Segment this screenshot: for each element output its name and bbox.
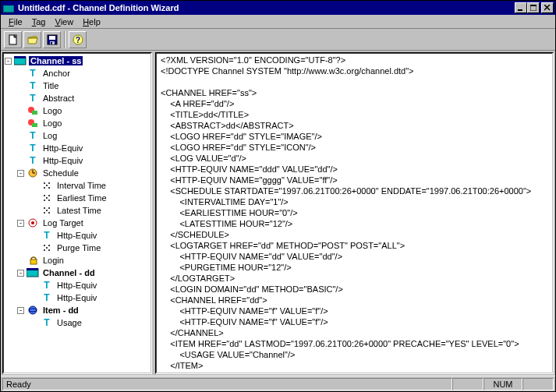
svg-text:T: T <box>30 69 36 78</box>
close-button[interactable] <box>541 2 554 13</box>
svg-text:T: T <box>30 156 36 165</box>
svg-text:T: T <box>30 143 36 153</box>
svg-point-44 <box>44 212 45 214</box>
time-icon <box>41 192 53 203</box>
svg-point-53 <box>48 249 50 251</box>
new-button[interactable] <box>4 31 22 48</box>
svg-point-54 <box>46 247 48 249</box>
tree-node-item-dd[interactable]: Item - dd <box>41 305 80 315</box>
svg-point-50 <box>44 245 45 246</box>
tree-node-httpequiv[interactable]: Http-Equiv <box>55 231 98 240</box>
menu-file[interactable]: File <box>4 16 27 28</box>
app-window: Untitled.cdf - Channel Definition Wizard… <box>0 0 556 392</box>
tree-node-logtarget[interactable]: Log Target <box>41 218 85 228</box>
tree-node-httpequiv[interactable]: Http-Equiv <box>55 293 98 302</box>
window-title: Untitled.cdf - Channel Definition Wizard <box>18 3 515 12</box>
expand-toggle[interactable]: - <box>17 270 24 277</box>
tree-node-logo[interactable]: Logo <box>41 118 63 128</box>
expand-toggle[interactable]: - <box>17 170 24 177</box>
open-button[interactable] <box>23 31 41 48</box>
save-button[interactable] <box>43 31 61 48</box>
status-pane <box>522 378 554 390</box>
maximize-button[interactable] <box>527 2 540 13</box>
toolbar-separator <box>64 31 66 48</box>
svg-rect-12 <box>49 36 55 40</box>
tree-node-login[interactable]: Login <box>41 256 66 265</box>
tree-node-httpequiv[interactable]: Http-Equiv <box>41 156 84 165</box>
svg-rect-14 <box>51 42 52 44</box>
expand-toggle[interactable]: - <box>17 307 24 314</box>
text-icon: T <box>27 143 39 154</box>
svg-point-36 <box>46 185 48 186</box>
logo-icon <box>27 105 39 116</box>
tree-node-earliest[interactable]: Earliest Time <box>55 193 108 203</box>
code-panel[interactable]: <?XML VERSION="1.0" ENCODING="UTF-8"?> <… <box>155 52 554 374</box>
svg-point-39 <box>44 200 45 201</box>
svg-text:T: T <box>44 318 50 327</box>
svg-rect-25 <box>32 123 37 127</box>
svg-marker-10 <box>28 38 37 44</box>
menu-view[interactable]: View <box>51 16 79 28</box>
svg-point-42 <box>44 207 45 209</box>
text-icon: T <box>41 292 53 303</box>
tree-node-usage[interactable]: Usage <box>55 318 83 327</box>
time-icon <box>41 242 53 253</box>
svg-text:T: T <box>30 81 36 90</box>
tree-node-latest[interactable]: Latest Time <box>55 206 103 215</box>
svg-point-35 <box>48 187 50 189</box>
svg-point-46 <box>46 210 48 211</box>
tree-node-httpequiv[interactable]: Http-Equiv <box>41 143 84 153</box>
item-icon <box>27 305 39 316</box>
text-icon: T <box>41 317 53 328</box>
minimize-button[interactable] <box>515 2 527 13</box>
login-icon <box>27 255 39 266</box>
expand-toggle[interactable]: - <box>5 58 12 65</box>
svg-point-33 <box>48 182 50 184</box>
titlebar: Untitled.cdf - Channel Definition Wizard <box>1 1 555 15</box>
tree-node-purge[interactable]: Purge Time <box>55 243 102 253</box>
svg-rect-4 <box>530 5 537 6</box>
main-area: -Channel - ss TAnchor TTitle TAbstract L… <box>1 51 555 376</box>
svg-point-41 <box>46 197 48 199</box>
time-icon <box>41 180 53 191</box>
svg-rect-23 <box>32 111 37 115</box>
tree-node-channel-dd[interactable]: Channel - dd <box>41 268 97 277</box>
tree-node-interval[interactable]: Interval Time <box>55 181 108 190</box>
schedule-icon <box>27 168 39 178</box>
svg-point-52 <box>44 249 45 251</box>
tree-node-anchor[interactable]: Anchor <box>41 69 72 78</box>
svg-point-38 <box>48 195 50 196</box>
logo-icon <box>27 118 39 129</box>
svg-point-60 <box>29 306 37 314</box>
svg-point-43 <box>48 207 50 209</box>
svg-rect-0 <box>3 5 14 12</box>
text-icon: T <box>41 230 53 241</box>
svg-text:T: T <box>44 293 50 302</box>
tree-node-abstract[interactable]: Abstract <box>41 94 76 103</box>
expand-toggle[interactable]: - <box>17 220 24 227</box>
status-pane <box>452 378 483 390</box>
toolbar: ? <box>1 29 555 51</box>
menubar: File Tag View Help <box>1 15 555 29</box>
svg-rect-57 <box>27 268 38 270</box>
svg-rect-1 <box>3 3 14 5</box>
tree-node-logo[interactable]: Logo <box>41 106 63 115</box>
help-button[interactable]: ? <box>69 31 87 48</box>
menu-tag[interactable]: Tag <box>27 16 51 28</box>
menu-help[interactable]: Help <box>78 16 105 28</box>
svg-rect-55 <box>30 260 37 264</box>
svg-point-32 <box>44 182 45 184</box>
text-icon: T <box>27 68 39 79</box>
text-icon: T <box>41 280 53 291</box>
svg-text:T: T <box>30 94 36 103</box>
channel-icon <box>14 55 27 66</box>
tree-node-channel-ss[interactable]: Channel - ss <box>29 56 83 65</box>
tree-node-httpequiv[interactable]: Http-Equiv <box>55 281 98 290</box>
tree-node-title[interactable]: Title <box>41 81 60 90</box>
text-icon: T <box>27 130 39 141</box>
tree-panel[interactable]: -Channel - ss TAnchor TTitle TAbstract L… <box>2 52 152 374</box>
tree-node-log[interactable]: Log <box>41 131 58 140</box>
tree-node-schedule[interactable]: Schedule <box>41 168 80 178</box>
text-icon: T <box>27 80 39 91</box>
svg-rect-18 <box>14 56 26 58</box>
